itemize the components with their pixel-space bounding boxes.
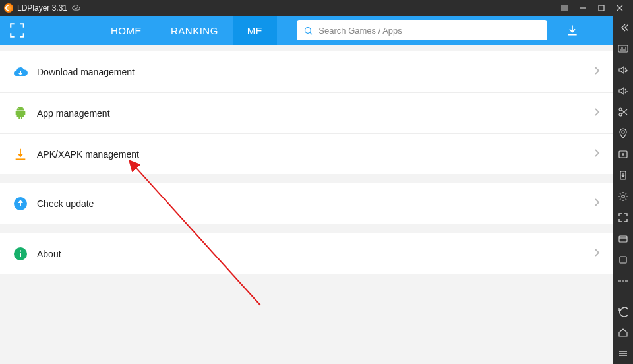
- svg-point-2: [18, 108, 19, 109]
- fullscreen-icon[interactable]: [613, 207, 633, 228]
- rotate-icon[interactable]: [613, 249, 633, 270]
- location-icon[interactable]: [613, 123, 633, 144]
- content-area: Download management App management: [0, 45, 613, 364]
- svg-rect-17: [619, 236, 627, 242]
- row-label: APK/XAPK management: [37, 149, 139, 160]
- chevron-right-icon: [593, 148, 600, 161]
- svg-point-21: [626, 280, 628, 282]
- svg-rect-0: [599, 5, 604, 11]
- frame-icon[interactable]: [4, 16, 30, 45]
- home-icon[interactable]: [613, 322, 633, 343]
- tab-label: HOME: [111, 25, 142, 36]
- keyboard-icon[interactable]: [613, 38, 633, 59]
- search-input[interactable]: [318, 26, 541, 36]
- row-label: About: [37, 249, 61, 259]
- menu-group: Check update: [0, 183, 613, 224]
- svg-point-1: [305, 27, 311, 33]
- more-icon[interactable]: [613, 270, 633, 291]
- arrow-up-circle-icon: [12, 195, 29, 212]
- add-window-icon[interactable]: [613, 144, 633, 165]
- top-nav: HOME RANKING ME: [0, 16, 613, 45]
- row-about[interactable]: About: [0, 233, 613, 274]
- svg-point-19: [619, 280, 621, 282]
- chevron-right-icon: [593, 197, 600, 210]
- svg-point-11: [619, 108, 622, 111]
- maximize-button[interactable]: [592, 0, 611, 16]
- recent-icon[interactable]: [613, 343, 633, 364]
- app-title: LDPlayer 3.31: [17, 3, 67, 13]
- tab-ranking[interactable]: RANKING: [156, 16, 233, 45]
- back-icon[interactable]: [613, 301, 633, 322]
- scissors-icon[interactable]: [613, 102, 633, 123]
- cloud-download-icon: [12, 63, 29, 80]
- row-download-management[interactable]: Download management: [0, 51, 613, 92]
- apk-download-icon: [12, 146, 29, 163]
- collapse-sidebar-button[interactable]: [613, 17, 633, 38]
- right-sidebar: [613, 16, 633, 364]
- sync-status-icon: [71, 5, 82, 11]
- row-check-update[interactable]: Check update: [0, 183, 613, 224]
- nav-tabs: HOME RANKING ME: [96, 16, 277, 45]
- tab-label: RANKING: [171, 25, 218, 36]
- titlebar: LDPlayer 3.31: [0, 0, 633, 16]
- row-apk-management[interactable]: APK/XAPK management: [0, 133, 613, 174]
- multi-window-icon[interactable]: [613, 228, 633, 249]
- menu-button[interactable]: [555, 0, 574, 16]
- svg-rect-7: [20, 253, 21, 257]
- install-apk-icon[interactable]: [613, 165, 633, 186]
- chevron-right-icon: [593, 247, 600, 260]
- info-icon: [12, 245, 29, 262]
- app-logo-icon: [4, 3, 13, 13]
- row-label: Check update: [37, 198, 94, 209]
- download-button[interactable]: [559, 16, 586, 45]
- row-label: Download management: [37, 67, 135, 77]
- menu-group: About: [0, 233, 613, 274]
- svg-point-16: [622, 195, 624, 198]
- row-label: App management: [37, 108, 110, 119]
- close-button[interactable]: [611, 0, 629, 16]
- minimize-button[interactable]: [574, 0, 592, 16]
- tab-label: ME: [247, 25, 263, 36]
- settings-icon[interactable]: [613, 186, 633, 207]
- row-app-management[interactable]: App management: [0, 92, 613, 133]
- svg-point-12: [619, 113, 622, 116]
- svg-rect-18: [620, 257, 626, 263]
- svg-point-3: [22, 108, 22, 109]
- main-panel: HOME RANKING ME: [0, 16, 613, 364]
- chevron-right-icon: [593, 107, 600, 120]
- search-icon: [303, 26, 313, 36]
- tab-me[interactable]: ME: [233, 16, 278, 45]
- menu-group: Download management App management: [0, 51, 613, 174]
- android-icon: [12, 105, 29, 122]
- svg-point-13: [622, 131, 624, 133]
- window-controls: [555, 0, 629, 16]
- volume-up-icon[interactable]: [613, 59, 633, 80]
- volume-down-icon[interactable]: [613, 80, 633, 102]
- chevron-right-icon: [593, 65, 600, 78]
- tab-home[interactable]: HOME: [96, 16, 156, 45]
- app-window: LDPlayer 3.31: [0, 0, 633, 364]
- svg-point-20: [622, 280, 624, 282]
- svg-point-8: [20, 250, 21, 251]
- svg-rect-4: [16, 158, 26, 160]
- search-box[interactable]: [297, 20, 547, 40]
